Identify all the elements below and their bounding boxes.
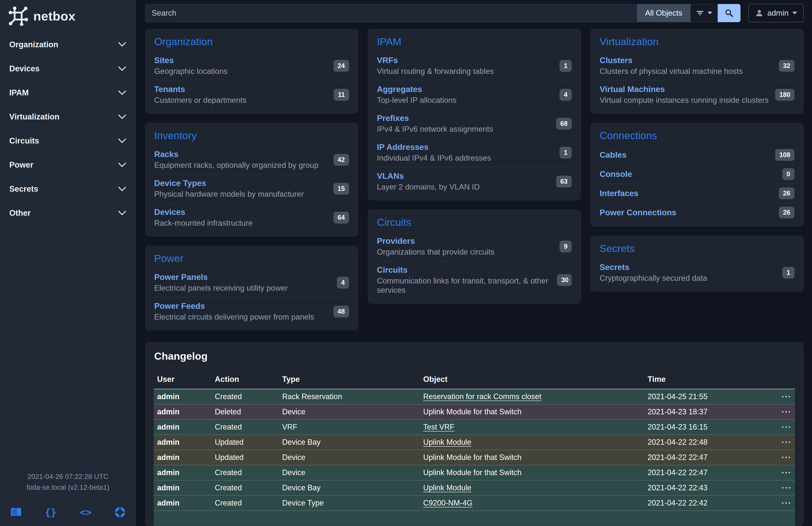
- card-ipam: IPAMVRFsVirtual routing & forwarding tab…: [368, 29, 581, 200]
- changelog-object-cell: [420, 511, 644, 526]
- changelog-actions-cell: ···: [763, 495, 795, 511]
- dashboard-item-text: SitesGeographic locations: [154, 56, 228, 76]
- item-link-aggregates[interactable]: Aggregates: [377, 85, 422, 94]
- cards-column: OrganizationSitesGeographic locations24T…: [145, 29, 358, 330]
- sidebar-item-secrets[interactable]: Secrets: [0, 177, 136, 201]
- object-link[interactable]: Uplink Module: [423, 438, 472, 446]
- changelog-action-cell: Updated: [212, 435, 279, 450]
- count-badge: 108: [775, 149, 795, 161]
- sidebar-item-other[interactable]: Other: [0, 201, 136, 225]
- sidebar-item-virtualization[interactable]: Virtualization: [0, 105, 136, 129]
- item-link-sites[interactable]: Sites: [154, 56, 174, 65]
- item-link-circuits[interactable]: Circuits: [377, 265, 407, 274]
- netbox-logo[interactable]: netbox: [0, 0, 136, 31]
- changelog-row: [154, 511, 795, 526]
- chevron-down-icon: [118, 114, 126, 119]
- row-actions-ellipsis[interactable]: ···: [782, 483, 792, 492]
- api-braces-icon[interactable]: {}: [45, 507, 56, 518]
- card-organization: OrganizationSitesGeographic locations24T…: [145, 29, 358, 114]
- row-actions-ellipsis[interactable]: ···: [782, 438, 792, 446]
- dashboard-item-text: DevicesRack-mounted infrastructure: [154, 208, 253, 228]
- changelog-action-cell: Created: [212, 495, 279, 511]
- item-link-providers[interactable]: Providers: [377, 237, 415, 245]
- code-icon[interactable]: <>: [80, 507, 91, 518]
- sidebar-item-devices[interactable]: Devices: [0, 57, 136, 81]
- dashboard-item-power-panels: Power PanelsElectrical panels receiving …: [154, 268, 349, 297]
- sidebar-item-power[interactable]: Power: [0, 153, 136, 177]
- changelog-time-cell: 2021-04-22 22:48: [644, 435, 763, 450]
- dashboard-item-text: ProvidersOrganizations that provide circ…: [377, 237, 494, 257]
- sidebar-item-label: Other: [9, 209, 31, 218]
- sidebar-item-label: Organization: [9, 40, 58, 49]
- item-link-console[interactable]: Console: [599, 170, 632, 179]
- cards-column: IPAMVRFsVirtual routing & forwarding tab…: [368, 29, 581, 303]
- search-scope-button[interactable]: All Objects: [637, 4, 690, 22]
- row-actions-ellipsis[interactable]: ···: [782, 423, 792, 431]
- changelog-row: adminCreatedDevice TypeC9200-NM-4G2021-0…: [154, 495, 795, 511]
- changelog-object-cell: C9200-NM-4G: [420, 495, 644, 511]
- chevron-down-icon: [118, 211, 126, 216]
- docs-book-icon[interactable]: [11, 508, 21, 517]
- search-filter-dropdown[interactable]: [690, 4, 718, 22]
- count-badge: 68: [556, 118, 572, 130]
- chevron-down-icon: [118, 90, 126, 96]
- row-actions-ellipsis[interactable]: ···: [782, 453, 792, 462]
- changelog-type-cell: VRF: [279, 420, 420, 435]
- item-link-power-connections[interactable]: Power Connections: [599, 208, 677, 217]
- row-actions-ellipsis[interactable]: ···: [782, 392, 792, 401]
- changelog-action-cell: Created: [212, 480, 279, 495]
- object-link[interactable]: Test VRF: [423, 423, 454, 431]
- changelog-row: adminDeletedDeviceUplink Module for that…: [154, 404, 795, 420]
- sidebar-item-circuits[interactable]: Circuits: [0, 129, 136, 153]
- card-circuits: CircuitsProvidersOrganizations that prov…: [368, 210, 581, 303]
- search-input[interactable]: [145, 4, 637, 22]
- item-link-vlans[interactable]: VLANs: [377, 171, 404, 181]
- item-link-devices[interactable]: Devices: [154, 208, 185, 216]
- search-scope-label: All Objects: [645, 9, 682, 17]
- object-link[interactable]: C9200-NM-4G: [423, 499, 473, 507]
- dashboard-item-text: IP AddressesIndividual IPv4 & IPv6 addre…: [377, 142, 491, 163]
- row-actions-ellipsis[interactable]: ···: [782, 407, 792, 416]
- row-actions-ellipsis[interactable]: ···: [782, 468, 792, 477]
- item-description: Rack-mounted infrastructure: [154, 218, 253, 228]
- dashboard-item-vlans: VLANsLayer 2 domains, by VLAN ID63: [376, 167, 572, 196]
- changelog-time-cell: 2021-04-23 18:37: [644, 404, 763, 420]
- changelog-time-cell: 2021-04-23 16:15: [644, 420, 763, 435]
- card-title: Power: [154, 252, 349, 265]
- count-badge: 63: [556, 175, 572, 187]
- help-lifering-icon[interactable]: [115, 507, 125, 517]
- item-link-ip-addresses[interactable]: IP Addresses: [377, 142, 429, 152]
- dashboard-item-aggregates: AggregatesTop-level IP allocations4: [376, 80, 572, 109]
- user-menu-button[interactable]: admin: [749, 4, 803, 22]
- item-link-virtual-machines[interactable]: Virtual Machines: [599, 85, 665, 94]
- search-submit-button[interactable]: [718, 4, 740, 22]
- item-link-power-feeds[interactable]: Power Feeds: [154, 301, 205, 311]
- item-link-power-panels[interactable]: Power Panels: [154, 272, 208, 282]
- item-link-device-types[interactable]: Device Types: [154, 179, 206, 188]
- count-badge: 1: [560, 60, 572, 72]
- sidebar-item-ipam[interactable]: IPAM: [0, 81, 136, 105]
- changelog-actions-cell: ···: [763, 450, 795, 465]
- item-link-cables[interactable]: Cables: [599, 150, 627, 159]
- item-link-vrfs[interactable]: VRFs: [377, 56, 398, 65]
- item-link-tenants[interactable]: Tenants: [154, 85, 185, 94]
- item-link-clusters[interactable]: Clusters: [599, 56, 633, 65]
- user-menu-label: admin: [767, 9, 788, 17]
- item-description: Layer 2 domains, by VLAN ID: [377, 182, 480, 191]
- item-description: Electrical circuits delivering power fro…: [154, 312, 314, 322]
- dashboard-item-text: AggregatesTop-level IP allocations: [377, 85, 456, 105]
- item-description: Virtual compute instances running inside…: [599, 96, 769, 105]
- changelog-object-cell: Reservation for rack Comms closet: [420, 389, 644, 404]
- object-link[interactable]: Reservation for rack Comms closet: [423, 392, 541, 401]
- item-link-prefixes[interactable]: Prefixes: [377, 114, 409, 123]
- item-link-secrets[interactable]: Secrets: [599, 262, 629, 272]
- object-link[interactable]: Uplink Module: [423, 483, 472, 492]
- dashboard-item-text: Interfaces: [599, 189, 638, 198]
- sidebar-spacer: [0, 225, 136, 471]
- chevron-down-icon: [793, 12, 797, 14]
- item-link-racks[interactable]: Racks: [154, 150, 178, 159]
- item-link-interfaces[interactable]: Interfaces: [599, 189, 638, 198]
- dashboard-item-racks: RacksEquipment racks, optionally organiz…: [154, 145, 349, 174]
- row-actions-ellipsis[interactable]: ···: [782, 499, 792, 508]
- sidebar-item-organization[interactable]: Organization: [0, 32, 136, 57]
